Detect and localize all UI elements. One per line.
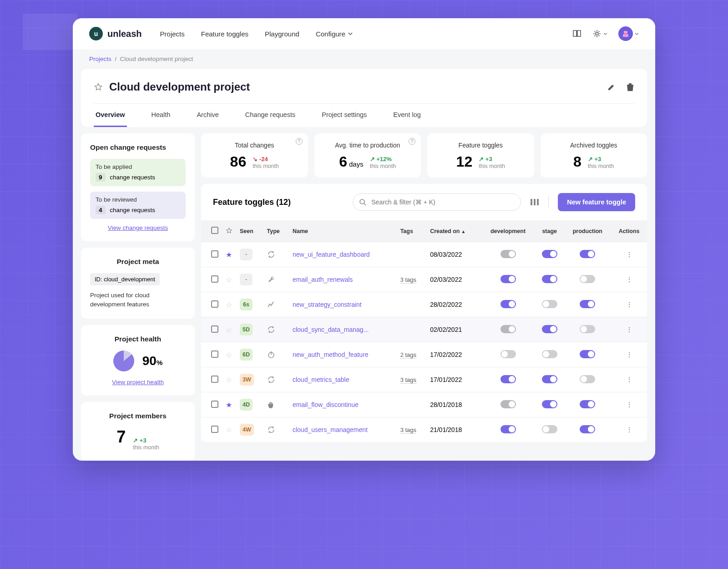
toggle-production[interactable] xyxy=(580,325,595,333)
toggle-stage[interactable] xyxy=(542,300,557,308)
tags-link[interactable]: 3 tags xyxy=(400,276,416,284)
toggle-development[interactable] xyxy=(500,350,516,358)
nav-playground[interactable]: Playground xyxy=(265,30,299,38)
row-checkbox[interactable] xyxy=(211,325,218,333)
nav-configure[interactable]: Configure xyxy=(316,30,353,38)
row-actions-menu[interactable]: ⋮ xyxy=(611,342,647,367)
search-input[interactable] xyxy=(353,193,521,211)
th-created[interactable]: Created on▲ xyxy=(426,220,481,242)
project-tabs: Overview Health Archive Change requests … xyxy=(94,103,634,127)
search-wrapper xyxy=(353,193,521,211)
feature-name-link[interactable]: cloud_users_management xyxy=(293,426,370,433)
select-all-checkbox[interactable] xyxy=(211,227,218,234)
row-actions-menu[interactable]: ⋮ xyxy=(611,417,647,442)
star-icon[interactable]: ☆ xyxy=(226,326,232,334)
row-actions-menu[interactable]: ⋮ xyxy=(611,267,647,292)
toggle-production[interactable] xyxy=(580,300,595,308)
toggle-production[interactable] xyxy=(580,350,595,358)
feature-name-link[interactable]: email_auth_renewals xyxy=(293,276,370,283)
star-icon[interactable]: ☆ xyxy=(226,301,232,309)
feature-name-link[interactable]: cloud_sync_data_manag... xyxy=(293,326,370,333)
nav-projects[interactable]: Projects xyxy=(160,30,185,38)
view-health-link[interactable]: View project health xyxy=(90,379,186,386)
toggle-production[interactable] xyxy=(580,375,595,383)
th-name[interactable]: Name xyxy=(289,220,397,242)
breadcrumb-root[interactable]: Projects xyxy=(89,56,111,62)
tab-overview[interactable]: Overview xyxy=(94,104,127,127)
table-row: ☆ 5D cloud_sync_data_manag... 02/02/2021… xyxy=(201,317,647,342)
star-icon[interactable]: ☆ xyxy=(226,351,232,359)
tab-health[interactable]: Health xyxy=(150,104,172,127)
row-checkbox[interactable] xyxy=(211,351,218,358)
new-feature-toggle-button[interactable]: New feature toggle xyxy=(558,193,635,211)
row-actions-menu[interactable]: ⋮ xyxy=(611,242,647,267)
th-seen[interactable]: Seen xyxy=(236,220,263,242)
toggle-stage[interactable] xyxy=(542,400,557,408)
view-change-requests-link[interactable]: View change requests xyxy=(90,224,186,231)
toggle-stage[interactable] xyxy=(542,350,557,358)
feature-name-link[interactable]: new_ui_feature_dashboard xyxy=(293,251,370,258)
tags-link[interactable]: 2 tags xyxy=(400,351,416,359)
star-icon[interactable]: ☆ xyxy=(226,276,232,284)
toggle-stage[interactable] xyxy=(542,375,557,383)
star-column-icon[interactable] xyxy=(226,227,233,234)
feature-name-link[interactable]: cloud_metrics_table xyxy=(293,376,370,383)
toggle-production[interactable] xyxy=(580,400,595,408)
star-icon[interactable]: ☆ xyxy=(226,426,232,434)
row-actions-menu[interactable]: ⋮ xyxy=(611,367,647,392)
trash-icon[interactable] xyxy=(626,82,634,91)
toggle-development[interactable] xyxy=(500,425,516,433)
columns-icon[interactable] xyxy=(530,198,539,206)
info-icon[interactable]: ? xyxy=(409,138,415,145)
row-checkbox[interactable] xyxy=(211,401,218,408)
logo[interactable]: u unleash xyxy=(89,27,142,41)
book-icon[interactable] xyxy=(572,30,581,38)
th-dev[interactable]: development xyxy=(481,220,535,242)
feature-name-link[interactable]: email_flow_discontinue xyxy=(293,401,370,408)
toggle-stage[interactable] xyxy=(542,275,557,283)
row-checkbox[interactable] xyxy=(211,275,218,283)
th-type[interactable]: Type xyxy=(263,220,289,242)
user-menu[interactable] xyxy=(618,26,639,41)
star-outline-icon[interactable] xyxy=(94,82,103,91)
tab-event-log[interactable]: Event log xyxy=(391,104,422,127)
toggle-development[interactable] xyxy=(500,375,516,383)
nav-feature-toggles[interactable]: Feature toggles xyxy=(201,30,248,38)
row-checkbox[interactable] xyxy=(211,250,218,258)
tab-change-requests[interactable]: Change requests xyxy=(243,104,297,127)
th-prod[interactable]: production xyxy=(564,220,612,242)
toggle-development[interactable] xyxy=(500,275,516,283)
info-icon[interactable]: ? xyxy=(296,138,303,145)
toggle-development[interactable] xyxy=(500,300,516,308)
tags-link[interactable]: 3 tags xyxy=(400,427,416,434)
tab-project-settings[interactable]: Project settings xyxy=(320,104,369,127)
th-tags[interactable]: Tags xyxy=(397,220,427,242)
toggle-stage[interactable] xyxy=(542,325,557,333)
feature-name-link[interactable]: new_strategy_constraint xyxy=(293,301,370,308)
toggle-production[interactable] xyxy=(580,425,595,433)
row-checkbox[interactable] xyxy=(211,426,218,433)
settings-menu[interactable] xyxy=(592,29,607,38)
toggle-development[interactable] xyxy=(500,250,516,258)
feature-name-link[interactable]: new_auth_method_feature xyxy=(293,351,370,358)
toggle-production[interactable] xyxy=(580,250,595,258)
tags-link[interactable]: 3 tags xyxy=(400,376,416,384)
row-actions-menu[interactable]: ⋮ xyxy=(611,392,647,417)
toggle-development[interactable] xyxy=(500,400,516,408)
members-count: 7 xyxy=(116,427,126,447)
star-icon[interactable]: ★ xyxy=(226,401,232,409)
row-actions-menu[interactable]: ⋮ xyxy=(611,292,647,317)
th-stage[interactable]: stage xyxy=(535,220,564,242)
star-icon[interactable]: ★ xyxy=(226,251,232,259)
star-icon[interactable]: ☆ xyxy=(226,376,232,384)
toggle-stage[interactable] xyxy=(542,425,557,433)
tab-archive[interactable]: Archive xyxy=(195,104,220,127)
toggle-production[interactable] xyxy=(580,275,595,283)
toggle-development[interactable] xyxy=(500,325,516,333)
row-checkbox[interactable] xyxy=(211,376,218,383)
toggle-stage[interactable] xyxy=(542,250,557,258)
row-actions-menu[interactable]: ⋮ xyxy=(611,317,647,342)
edit-icon[interactable] xyxy=(607,82,616,91)
row-checkbox[interactable] xyxy=(211,300,218,308)
table-header-bar: Feature toggles (12) New feature toggle xyxy=(201,184,647,220)
